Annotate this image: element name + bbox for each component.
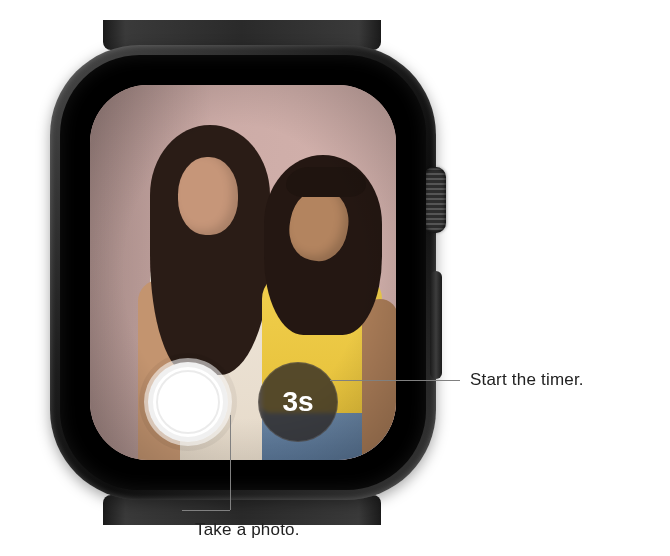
callout-timer: Start the timer. <box>470 370 584 390</box>
callout-leader-shutter-h <box>182 510 230 511</box>
apple-watch: 3s <box>30 20 450 525</box>
side-button[interactable] <box>430 271 442 379</box>
watch-bezel: 3s <box>60 55 426 490</box>
timer-label: 3s <box>282 386 313 418</box>
callout-leader-shutter-v <box>230 415 231 510</box>
camera-viewfinder[interactable]: 3s <box>90 85 396 460</box>
timer-button[interactable]: 3s <box>258 362 338 442</box>
callout-shutter: Take a photo. <box>195 520 300 540</box>
shutter-button[interactable] <box>148 362 228 442</box>
camera-controls: 3s <box>90 362 396 442</box>
callout-leader-timer <box>330 380 460 381</box>
watch-case: 3s <box>50 45 436 500</box>
digital-crown[interactable] <box>424 167 446 233</box>
